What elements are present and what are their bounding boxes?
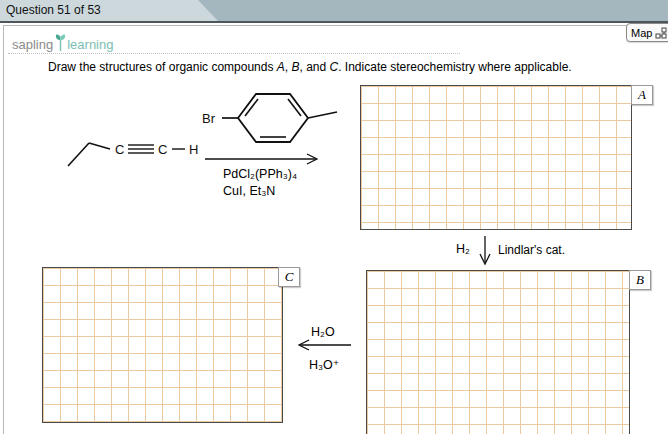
aryl-bromide-structure: Br [200,84,348,150]
hydration-arrow-icon [297,338,353,352]
coupling-reagent-line1: PdCl₂(PPh₃)₄ [223,167,297,181]
reduction-arrow-icon [477,235,493,267]
answer-label-c: C [278,267,300,287]
question-counter-label: Question 51 of 53 [6,3,101,17]
map-button-label: Map [631,27,652,39]
alkyne-structure: C C H [62,128,204,172]
alkyne-carbon1-label: C [115,142,124,157]
answer-canvas-b[interactable]: B [366,270,630,434]
map-button[interactable]: Map [626,23,668,42]
question-counter-tab: Question 51 of 53 [0,0,218,21]
answer-label-a: A [631,85,653,105]
alkyne-hydrogen-label: H [189,142,198,157]
answer-canvas-c[interactable]: C [42,267,283,423]
answer-canvas-a[interactable]: A [360,85,632,230]
question-header-bar: Question 51 of 53 [0,0,668,23]
water-reagent-label: H₂O [311,325,335,339]
answer-label-b: B [629,270,651,290]
sitemap-icon [655,27,667,39]
alkyne-carbon2-label: C [158,142,167,157]
logo-word-sapling: sapling [12,37,53,52]
sapling-leaf-icon [54,33,67,53]
logo-separator [8,53,460,54]
hydrogen-reagent-label: H₂ [456,242,470,256]
question-text: Draw the structures of organic compounds… [48,60,572,74]
coupling-reagent-line2: CuI, Et₃N [223,184,275,198]
hydronium-reagent-label: H₃O⁺ [309,357,339,372]
sapling-learning-logo: saplinglearning [12,33,113,53]
coupling-arrow-icon [204,151,324,166]
lindlar-catalyst-label: Lindlar's cat. [498,243,565,257]
logo-word-learning: learning [67,37,113,52]
bromine-label: Br [202,111,216,126]
